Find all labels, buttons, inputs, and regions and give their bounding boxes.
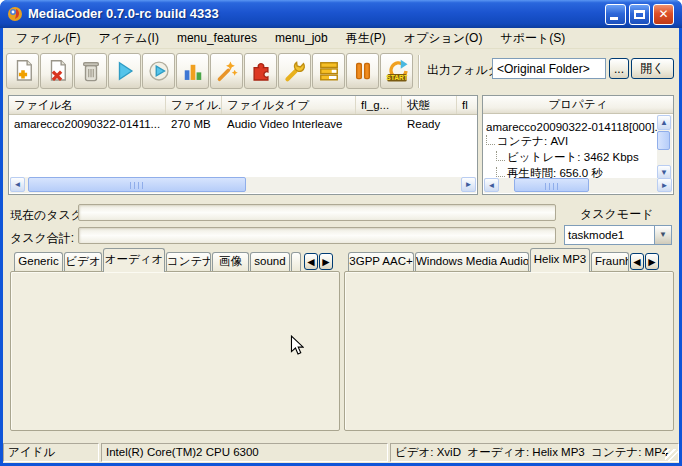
tabs-scroll-right-icon[interactable]: ►	[645, 253, 659, 270]
output-folder-label: 出力フォルダ	[427, 62, 500, 79]
properties-panel: プロパティ amarecco20090322-014118[000].. コンテ…	[482, 95, 674, 195]
trash-icon	[80, 59, 102, 83]
toolbar-separator	[418, 55, 420, 88]
column-filesize[interactable]: ファイル...	[166, 96, 222, 114]
tab-fraunhofer[interactable]: Fraunho	[591, 252, 629, 271]
scroll-right-icon[interactable]: ►	[657, 178, 672, 192]
tabs-scroll-right-icon[interactable]: ►	[319, 253, 333, 270]
total-task-label: タスク合計:	[10, 230, 74, 247]
play-button[interactable]	[108, 53, 141, 89]
column-flg[interactable]: fl_g...	[356, 96, 402, 114]
scroll-right-icon[interactable]: ►	[461, 177, 476, 192]
plugins-button[interactable]	[244, 53, 277, 89]
tab-helix-mp3[interactable]: Helix MP3	[530, 248, 590, 272]
mouse-cursor-icon	[290, 335, 304, 356]
menu-item[interactable]: アイテム(I)	[89, 28, 167, 49]
column-filename[interactable]: ファイル名	[9, 96, 166, 114]
properties-vscrollbar[interactable]: ▲ ▼	[657, 115, 672, 180]
tree-elbow-icon	[496, 151, 505, 161]
resize-grip[interactable]	[665, 449, 678, 462]
column-status[interactable]: 状態	[402, 96, 457, 114]
column-fl[interactable]: fl	[457, 96, 478, 114]
statistics-icon	[182, 59, 204, 83]
tab-sound[interactable]: sound	[250, 252, 290, 271]
tab-container[interactable]: コンテナ	[166, 252, 211, 271]
menu-support[interactable]: サポート(S)	[491, 28, 574, 49]
remove-file-icon	[46, 59, 68, 83]
scroll-up-icon[interactable]: ▲	[657, 115, 671, 130]
cell-filetype[interactable]: Audio Video Interleave	[222, 116, 356, 133]
menu-job[interactable]: menu_job	[266, 29, 337, 47]
puzzle-icon	[250, 59, 272, 83]
preview-button[interactable]	[142, 53, 175, 89]
preview-play-icon	[148, 59, 170, 83]
settings-button[interactable]	[278, 53, 311, 89]
scroll-thumb[interactable]	[514, 178, 589, 192]
status-codecs: ビデオ: XviD オーディオ: Helix MP3 コンテナ: MP4	[390, 443, 679, 462]
play-icon	[114, 59, 136, 83]
scroll-thumb[interactable]	[657, 131, 670, 150]
tab-picture[interactable]: 画像	[212, 252, 249, 271]
total-task-progressbar	[78, 227, 556, 244]
cell-filesize[interactable]: 270 MB	[166, 116, 222, 133]
output-folder-input[interactable]	[492, 58, 606, 79]
task-mode-combobox[interactable]: taskmode1 ▼	[564, 225, 672, 245]
property-bitrate[interactable]: ビットレート: 3462 Kbps	[496, 149, 639, 165]
file-list: ファイル名 ファイル... ファイルタイプ fl_g... 状態 fl amar…	[8, 95, 478, 195]
chevron-down-icon[interactable]: ▼	[654, 226, 671, 244]
queue-icon	[318, 59, 340, 83]
tab-generic[interactable]: Generic	[14, 252, 63, 271]
tabs-scroll-left-icon[interactable]: ◄	[630, 253, 644, 270]
status-bar: アイドル Intel(R) Core(TM)2 CPU 6300 ビデオ: Xv…	[3, 442, 679, 463]
wrench-icon	[284, 59, 306, 83]
window-title: MediaCoder 0.7.0-rc build 4333	[28, 6, 219, 21]
open-button[interactable]: 開く	[631, 58, 674, 79]
close-button[interactable]: ✕	[653, 4, 674, 25]
menu-file[interactable]: ファイル(F)	[7, 28, 89, 49]
property-text: ビットレート: 3462 Kbps	[507, 150, 639, 165]
cell-filename[interactable]: amarecco20090322-01411...	[9, 116, 166, 133]
menu-features[interactable]: menu_features	[168, 29, 266, 47]
scroll-left-icon[interactable]: ◄	[10, 177, 25, 192]
menu-options[interactable]: オプション(O)	[395, 28, 492, 49]
column-filetype[interactable]: ファイルタイプ	[222, 96, 356, 114]
add-file-icon	[12, 59, 34, 83]
scroll-thumb[interactable]	[28, 177, 246, 192]
property-text: amarecco20090322-014118[000]..	[486, 121, 661, 133]
tab-3gpp-aac[interactable]: 3GPP AAC+	[348, 252, 414, 271]
wizard-button[interactable]	[210, 53, 243, 89]
tab-partial[interactable]	[291, 252, 301, 271]
queue-button[interactable]	[312, 53, 345, 89]
minimize-icon	[610, 17, 618, 20]
remove-file-button[interactable]	[40, 53, 73, 89]
tree-elbow-icon	[496, 167, 505, 177]
pause-icon	[352, 59, 374, 83]
start-icon: START	[385, 58, 409, 84]
tab-video[interactable]: ビデオ	[64, 252, 102, 271]
property-root[interactable]: amarecco20090322-014118[000]..	[486, 117, 661, 133]
scroll-left-icon[interactable]: ◄	[484, 178, 499, 192]
start-button[interactable]: START	[380, 53, 413, 89]
add-file-button[interactable]	[6, 53, 39, 89]
minimize-button[interactable]	[605, 4, 626, 25]
menu-playback[interactable]: 再生(P)	[337, 28, 395, 49]
tab-wma[interactable]: Windows Media Audio	[415, 252, 529, 271]
properties-hscrollbar[interactable]: ◄ ►	[484, 178, 672, 193]
statistics-button[interactable]	[176, 53, 209, 89]
tab-audio[interactable]: オーディオ	[103, 248, 165, 272]
wizard-icon	[216, 59, 238, 83]
toolbar: START 出力フォルダ ... 開く	[3, 49, 679, 95]
delete-button[interactable]	[74, 53, 107, 89]
properties-header[interactable]: プロパティ	[483, 96, 673, 114]
tabs-scroll-left-icon[interactable]: ◄	[304, 253, 318, 270]
pause-button[interactable]	[346, 53, 379, 89]
status-cpu: Intel(R) Core(TM)2 CPU 6300	[101, 443, 388, 462]
maximize-button[interactable]	[629, 4, 650, 25]
title-bar[interactable]: MediaCoder 0.7.0-rc build 4333 ✕	[0, 0, 682, 28]
property-text: コンテナ: AVI	[497, 134, 568, 149]
property-container[interactable]: コンテナ: AVI	[486, 133, 568, 149]
browse-button[interactable]: ...	[609, 58, 629, 79]
cell-status[interactable]: Ready	[402, 116, 457, 133]
task-mode-value: taskmode1	[565, 226, 654, 244]
file-list-hscrollbar[interactable]: ◄ ►	[10, 177, 476, 193]
